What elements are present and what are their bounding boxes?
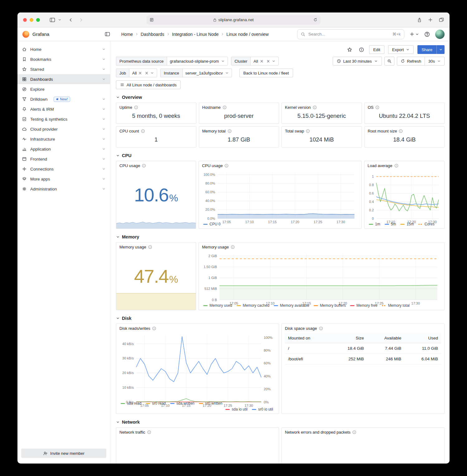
load-average-legend[interactable]: 1m5m15mCores <box>367 221 442 227</box>
help-icon[interactable] <box>424 31 430 37</box>
grafana-logo[interactable] <box>22 31 29 38</box>
disk-rw-chart[interactable]: 0 B/s10 kB/s20 kB/s30 kB/s40 kB/s0%20%40… <box>119 332 276 400</box>
back-button[interactable] <box>69 18 73 22</box>
export-button[interactable]: Export <box>388 45 414 54</box>
all-dashboards-button[interactable]: All Linux node / dashboards <box>116 80 181 89</box>
new-tab-icon[interactable] <box>428 17 433 22</box>
info-icon[interactable] <box>352 430 356 434</box>
sidebar-item-more-apps[interactable]: More apps <box>17 174 110 184</box>
favorite-star-icon[interactable] <box>345 46 354 54</box>
search-box[interactable]: ⌘+k <box>297 29 404 39</box>
sidebar-item-dashboards[interactable]: Dashboards <box>17 74 110 84</box>
back-to-fleet-button[interactable]: Back to Linux node / fleet <box>239 69 293 77</box>
browser-sidebar-icon[interactable] <box>50 17 55 22</box>
dashboard-scroll-area[interactable]: Prometheus data source grafanacloud-slip… <box>110 57 450 464</box>
breadcrumb-integration[interactable]: Integration - Linux Node <box>172 32 219 37</box>
info-icon[interactable] <box>313 105 317 109</box>
legend-item[interactable]: sr0 read <box>146 401 166 406</box>
sidebar-item-connections[interactable]: Connections <box>17 164 110 174</box>
memory-usage-legend[interactable]: Memory usedMemory cachedMemory available… <box>201 302 442 308</box>
load-average-chart[interactable]: 00.20.40.60.8117:1017:2017:30 <box>367 169 442 221</box>
cpu-usage-legend[interactable]: CPU 0 <box>201 221 359 227</box>
share-menu-button[interactable] <box>436 45 445 54</box>
info-icon[interactable] <box>224 164 229 168</box>
info-icon[interactable] <box>141 129 145 133</box>
legend-item[interactable]: sda read <box>121 401 142 406</box>
memory-usage-chart[interactable]: 0 B512 MiB1 GiB1.50 GiB2 GiB17:0517:1017… <box>201 251 442 302</box>
refresh-button[interactable]: Refresh <box>397 57 425 65</box>
search-input[interactable] <box>308 31 390 37</box>
info-icon[interactable] <box>319 326 323 330</box>
section-disk[interactable]: Disk <box>116 316 445 321</box>
section-network[interactable]: Network <box>116 420 445 425</box>
close-window-button[interactable] <box>23 18 27 22</box>
disk-rw-legend[interactable]: sda readsr0 readsda writtensr0 written <box>119 400 276 406</box>
legend-item[interactable]: Cores <box>418 222 435 226</box>
legend-item[interactable]: CPU 0 <box>203 222 220 226</box>
legend-item[interactable]: Memory free <box>350 303 377 308</box>
section-overview[interactable]: Overview <box>116 95 445 100</box>
info-icon[interactable] <box>228 129 232 133</box>
reload-icon[interactable] <box>313 18 317 22</box>
share-page-icon[interactable] <box>417 17 422 22</box>
invite-member-button[interactable]: Invite new member <box>21 449 106 458</box>
sidebar-collapse-icon[interactable] <box>105 32 110 36</box>
legend-item[interactable]: 1m <box>369 222 380 226</box>
info-icon[interactable] <box>394 164 398 168</box>
legend-item[interactable]: Memory available <box>274 303 309 308</box>
breadcrumb-home[interactable]: Home <box>121 32 133 37</box>
sidebar-item-alerts-irm[interactable]: Alerts & IRM <box>17 104 110 114</box>
clear-icon[interactable] <box>145 72 148 75</box>
legend-item[interactable]: Memory total <box>382 303 410 308</box>
legend-item[interactable]: Memory buffers <box>314 303 346 308</box>
section-memory[interactable]: Memory <box>116 234 445 239</box>
zoom-out-button[interactable] <box>384 57 394 65</box>
info-icon[interactable] <box>231 245 235 249</box>
cpu-usage-chart[interactable]: 0.0%20.0%40.0%60.0%80.0%100.0%17:0517:10… <box>201 169 359 221</box>
legend-item[interactable]: Memory used <box>203 303 232 308</box>
datasource-select[interactable]: grafanacloud-sliplane-prom <box>167 57 228 65</box>
section-cpu[interactable]: CPU <box>116 153 445 158</box>
edit-button[interactable]: Edit <box>369 45 384 54</box>
info-icon[interactable] <box>134 105 138 109</box>
sidebar-item-home[interactable]: Home <box>17 44 110 54</box>
sidebar-item-administration[interactable]: Administration <box>17 184 110 194</box>
info-icon[interactable] <box>152 326 156 330</box>
zoom-window-button[interactable] <box>36 18 40 22</box>
info-icon[interactable] <box>223 105 227 109</box>
legend-item[interactable]: sr0 written <box>199 401 222 406</box>
sidebar-item-cloud-provider[interactable]: Cloud provider <box>17 124 110 134</box>
info-icon[interactable] <box>147 430 151 434</box>
time-range-picker[interactable]: Last 30 minutes <box>333 57 382 65</box>
clear-icon[interactable] <box>267 60 270 63</box>
remove-value-icon[interactable] <box>260 60 263 63</box>
legend-item[interactable]: sda io util <box>225 407 248 411</box>
legend-item[interactable]: sr0 io util <box>252 407 273 411</box>
info-circle-icon[interactable] <box>357 46 365 54</box>
info-icon[interactable] <box>399 129 403 133</box>
share-button[interactable]: Share <box>417 45 436 54</box>
sidebar-item-bookmarks[interactable]: Bookmarks <box>17 54 110 64</box>
reader-icon[interactable] <box>150 18 154 22</box>
url-bar[interactable]: sliplane.grafana.net <box>147 15 320 25</box>
job-select[interactable]: All <box>129 69 157 77</box>
remove-value-icon[interactable] <box>139 72 142 75</box>
info-icon[interactable] <box>375 105 379 109</box>
legend-item[interactable]: Memory cached <box>237 303 269 308</box>
breadcrumb-dashboards[interactable]: Dashboards <box>141 32 164 37</box>
info-icon[interactable] <box>306 129 310 133</box>
legend-item[interactable]: 15m <box>400 222 414 226</box>
sidebar-item-frontend[interactable]: Frontend <box>17 154 110 164</box>
sidebar-item-testing-synthetics[interactable]: Testing & synthetics <box>17 114 110 124</box>
refresh-interval-select[interactable]: 30s <box>425 57 444 65</box>
sidebar-item-application[interactable]: Application <box>17 144 110 154</box>
sidebar-item-infrastructure[interactable]: Infrastructure <box>17 134 110 144</box>
add-new-button[interactable] <box>410 32 419 36</box>
tab-overview-icon[interactable] <box>439 17 444 22</box>
disk-io-util-legend[interactable]: sda io utilsr0 io util <box>119 406 276 412</box>
sidebar-item-drilldown[interactable]: Drilldown New! <box>17 94 110 104</box>
minimize-window-button[interactable] <box>30 18 33 22</box>
sidebar-item-starred[interactable]: Starred <box>17 64 110 74</box>
instance-select[interactable]: server_1a3ufgsoibcv <box>183 69 232 77</box>
forward-button[interactable] <box>79 18 83 22</box>
